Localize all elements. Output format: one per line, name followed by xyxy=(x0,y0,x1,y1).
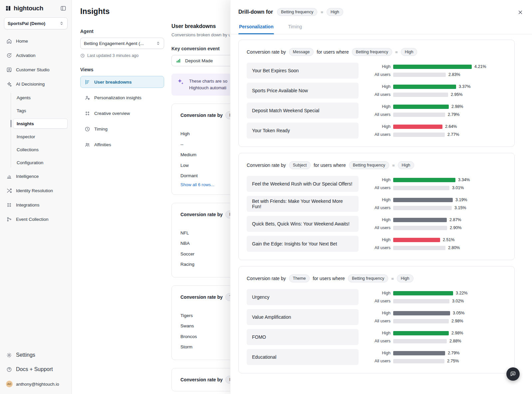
sidebar-item-activation[interactable]: Activation xyxy=(3,50,69,61)
filter-value-pill[interactable]: High xyxy=(327,8,343,16)
sidebar-item-integrations[interactable]: Integrations xyxy=(3,199,69,210)
sidebar-item-agents[interactable]: Agents xyxy=(13,93,68,103)
sidebar-item-tags[interactable]: Tags xyxy=(13,106,68,116)
sidebar-item-home[interactable]: Home xyxy=(3,35,69,47)
high-bar xyxy=(393,291,453,295)
row-bars: High 2.51% All users 2.80% xyxy=(367,237,506,251)
agent-select-value: Betting Engagement Agent (... xyxy=(84,41,144,46)
dimension-pill[interactable]: Subject xyxy=(289,161,311,169)
sidebar-item-intelligence[interactable]: Intelligence xyxy=(3,171,69,182)
last-updated-text: Last updated 3 minutes ago xyxy=(87,53,138,58)
support-chat-button[interactable] xyxy=(506,367,520,381)
sidebar-item-collections[interactable]: Collections xyxy=(13,145,68,155)
high-bar-value: 3.34% xyxy=(458,178,470,182)
agent-label: Agent xyxy=(80,29,164,34)
breakdown-row: Your Token Ready High 2.64% All users 2.… xyxy=(247,123,506,139)
high-bar-line: High 3.22% xyxy=(367,290,506,296)
all-users-bar-value: 2.77% xyxy=(447,132,459,137)
all-users-bar-line: All users 2.88% xyxy=(367,338,506,344)
tab-personalization[interactable]: Personalization xyxy=(238,21,274,34)
all-users-bar xyxy=(393,93,448,97)
all-users-bar-value: 2.98% xyxy=(451,319,463,323)
filter-value-pill[interactable]: High xyxy=(398,161,414,169)
agent-panel: Agent Betting Engagement Agent (... Last… xyxy=(80,29,164,151)
dimension-pill[interactable]: Message xyxy=(289,48,314,56)
sidebar-item-configuration[interactable]: Configuration xyxy=(13,158,68,168)
ai-decisioning-subnav: Agents Tags Insights Inspector Collectio… xyxy=(11,93,68,168)
all-users-bar xyxy=(393,246,445,250)
all-users-bar-line: All users 2.90% xyxy=(367,225,506,231)
tab-timing[interactable]: Timing xyxy=(287,21,303,34)
filter-pill[interactable]: Betting frequency xyxy=(349,161,389,169)
view-item-timing[interactable]: Timing xyxy=(80,123,164,135)
dimension-pill[interactable]: Theme xyxy=(289,274,310,282)
sidebar-item-docs-support[interactable]: Docs + Support xyxy=(3,364,69,375)
agent-select[interactable]: Betting Engagement Agent (... xyxy=(80,38,164,49)
filter-value-pill[interactable]: High xyxy=(401,48,417,56)
row-bars: High 2.98% All users 2.79% xyxy=(367,104,506,118)
all-users-bar-label: All users xyxy=(367,132,391,137)
all-users-bar xyxy=(393,319,449,323)
row-label: Your Bet Expires Soon xyxy=(247,63,359,79)
row-bars: High 3.37% All users 2.95% xyxy=(367,84,506,98)
high-bar-line: High 2.64% xyxy=(367,124,506,130)
sidebar-item-settings[interactable]: Settings xyxy=(3,349,69,361)
row-label: Urgency xyxy=(247,289,359,305)
filter-value-pill[interactable]: High xyxy=(397,274,413,282)
customer-studio-icon xyxy=(6,67,12,73)
high-bar xyxy=(393,351,445,355)
view-item-personalization-insights[interactable]: Personalization insights xyxy=(80,92,164,104)
view-item-affinities[interactable]: Affinities xyxy=(80,139,164,151)
high-bar-line: High 2.98% xyxy=(367,104,506,110)
filter-pill[interactable]: Betting frequency xyxy=(277,8,317,16)
breakdown-row: Gain the Edge: Insights for Your Next Be… xyxy=(247,236,506,252)
filter-pill[interactable]: Betting frequency xyxy=(352,48,392,56)
all-users-bar xyxy=(393,226,447,230)
high-bar-value: 3.19% xyxy=(455,197,467,202)
all-users-bar-value: 2.95% xyxy=(451,92,462,97)
deposit-chart-icon xyxy=(176,58,181,63)
view-item-creative-overview[interactable]: Creative overview xyxy=(80,107,164,119)
views-list: User breakdowns Personalization insights… xyxy=(80,76,164,151)
all-users-bar-value: 2.79% xyxy=(448,112,459,117)
breakdown-row: Educational High 2.79% All users 2.75% xyxy=(247,349,506,365)
collapse-sidebar-icon[interactable] xyxy=(60,5,66,11)
view-item-label: User breakdowns xyxy=(94,80,132,85)
high-bar-line: High 2.87% xyxy=(367,217,506,223)
all-users-bar-line: All users 3.01% xyxy=(367,185,506,191)
high-bar-label: High xyxy=(367,351,391,355)
high-bar xyxy=(393,105,449,109)
sidebar-item-customer-studio[interactable]: Customer Studio xyxy=(3,64,69,75)
drawer-header: Drill-down for Betting frequency = High xyxy=(230,0,532,21)
sidebar-item-identity-resolution[interactable]: Identity Resolution xyxy=(3,185,69,196)
high-bar-value: 2.51% xyxy=(443,237,454,242)
high-bar xyxy=(393,218,447,222)
logo-text: hightouch xyxy=(14,5,43,12)
all-users-bar-line: All users 2.80% xyxy=(367,245,506,251)
all-users-bar-label: All users xyxy=(367,319,391,323)
row-bars: High 3.22% All users 3.02% xyxy=(367,290,506,304)
high-bar-line: High 2.98% xyxy=(367,330,506,336)
breakdown-row: Deposit Match Weekend Special High 2.98%… xyxy=(247,103,506,119)
row-bars: High 2.79% All users 2.75% xyxy=(367,350,506,364)
filter-pill[interactable]: Betting frequency xyxy=(348,274,388,282)
sidebar-item-label: Activation xyxy=(16,53,36,58)
sidebar-item-insights[interactable]: Insights xyxy=(13,119,68,129)
all-users-bar-label: All users xyxy=(367,112,391,117)
sidebar-item-ai-decisioning[interactable]: AI Decisioning xyxy=(3,78,69,90)
app-window: hightouch SportsPal (Demo) Home xyxy=(0,0,532,394)
all-users-bar xyxy=(393,359,444,363)
sidebar-item-label: Insights xyxy=(17,121,34,126)
close-icon[interactable] xyxy=(517,9,523,15)
workspace-selector[interactable]: SportsPal (Demo) xyxy=(4,17,68,29)
sidebar-item-inspector[interactable]: Inspector xyxy=(13,132,68,142)
view-item-user-breakdowns[interactable]: User breakdowns xyxy=(80,76,164,88)
intelligence-icon xyxy=(6,173,12,179)
high-bar xyxy=(393,178,455,182)
sidebar-item-event-collection[interactable]: Event Collection xyxy=(3,213,69,225)
high-bar-label: High xyxy=(367,331,391,335)
breakdown-row: Sports Price Available Now High 3.37% Al… xyxy=(247,83,506,99)
account-menu[interactable]: AC anthony@hightouch.io xyxy=(3,378,69,390)
all-users-bar-line: All users 2.98% xyxy=(367,318,506,324)
breakdown-row: Value Amplification High 3.05% All users… xyxy=(247,309,506,325)
